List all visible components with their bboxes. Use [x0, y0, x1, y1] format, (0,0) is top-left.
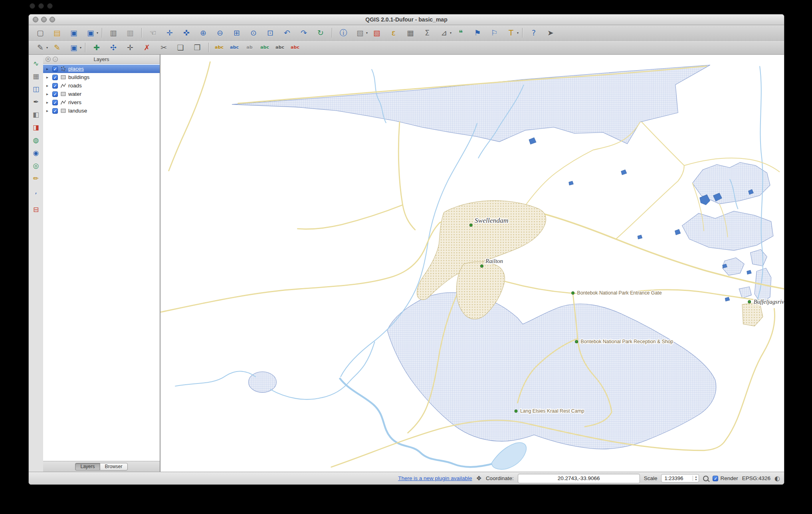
field-calculator-button[interactable]: Σ	[419, 27, 435, 39]
show-bookmarks-button[interactable]: ⚐	[486, 27, 502, 39]
render-checkbox[interactable]: ✓	[713, 476, 718, 481]
coordinate-input[interactable]	[518, 474, 640, 483]
new-print-composer-button[interactable]: ▥	[105, 27, 121, 39]
layer-row-roads[interactable]: ▸✓roads	[43, 81, 160, 90]
whats-this-button[interactable]: ➤	[543, 27, 558, 39]
add-wms-layer-button[interactable]: ◍	[30, 134, 42, 146]
labeling-highlight-button[interactable]: ab	[242, 42, 257, 53]
layer-row-places[interactable]: ▸✓places	[43, 65, 160, 73]
layer-visibility-checkbox[interactable]: ✓	[52, 100, 58, 105]
layer-visibility-checkbox[interactable]: ✓	[52, 91, 58, 97]
add-mssql-layer-button[interactable]: ◧	[30, 109, 42, 120]
panel-close-button[interactable]: ×	[46, 57, 51, 62]
zoom-to-selection-button[interactable]: ⊙	[246, 27, 261, 39]
composer-manager-button[interactable]: ▥	[122, 27, 138, 39]
open-attribute-table-button[interactable]: ▦	[402, 27, 418, 39]
new-project-button[interactable]: ▢	[32, 27, 48, 39]
zoom-to-layer-button[interactable]: ⊡	[262, 27, 278, 39]
zoom-out-button[interactable]: ⊖	[212, 27, 228, 39]
labeling-move-button[interactable]: abc	[257, 42, 272, 53]
add-delimited-text-layer-button[interactable]: ,	[30, 186, 42, 197]
layer-row-rivers[interactable]: ▸✓rivers	[43, 98, 160, 107]
new-bookmark-button[interactable]: ⚑	[469, 27, 485, 39]
plugin-icon[interactable]: ❖	[476, 474, 482, 482]
expand-arrow-icon[interactable]: ▸	[46, 92, 50, 96]
new-shapefile-layer-button[interactable]: ✏	[30, 173, 42, 184]
identify-features-button[interactable]: ⓘ	[335, 27, 351, 39]
plugin-available-link[interactable]: There is a new plugin available	[398, 475, 472, 481]
add-oracle-layer-button[interactable]: ◨	[30, 122, 42, 133]
current-edits-button[interactable]: ✎▾	[32, 42, 48, 53]
expand-arrow-icon[interactable]: ▸	[46, 109, 50, 113]
layer-visibility-checkbox[interactable]: ✓	[52, 75, 58, 80]
crs-status-icon[interactable]: ◐	[774, 474, 780, 482]
labeling-pin-button[interactable]: abc	[227, 42, 242, 53]
measure-button[interactable]: ⊿▾	[436, 27, 452, 39]
node-tool-button[interactable]: ✛	[122, 42, 138, 53]
dropdown-arrow-icon: ▾	[450, 27, 452, 39]
add-wcs-layer-button[interactable]: ◉	[30, 147, 42, 158]
zoom-window-button[interactable]	[50, 17, 55, 22]
refresh-map-button[interactable]: ↻	[313, 27, 329, 39]
toggle-editing-button[interactable]: ✎	[49, 42, 65, 53]
expand-arrow-icon[interactable]: ▸	[46, 100, 50, 105]
layer-visibility-checkbox[interactable]: ✓	[52, 108, 58, 114]
layer-row-landuse[interactable]: ▸✓landuse	[43, 107, 160, 115]
close-window-button[interactable]	[33, 17, 38, 22]
panel-tab-layers[interactable]: Layers	[75, 463, 99, 471]
add-spatialite-layer-button[interactable]: ✒	[30, 96, 42, 107]
scale-magnifier-icon[interactable]	[703, 476, 709, 481]
add-raster-layer-button[interactable]: ▦	[30, 71, 42, 82]
map-tips-button[interactable]: ❝	[453, 27, 469, 39]
expand-arrow-icon[interactable]: ▸	[46, 83, 50, 88]
remove-layer-button[interactable]: ⊟	[30, 204, 42, 215]
zoom-to-selection-icon: ⊙	[250, 27, 257, 39]
panel-tab-browser[interactable]: Browser	[100, 463, 128, 471]
text-annotation-button[interactable]: T▾	[503, 27, 519, 39]
zoom-next-button[interactable]: ↷	[296, 27, 312, 39]
layers-panel: × ◦ Layers ▸✓places▸✓buildings▸✓roads▸✓w…	[43, 55, 160, 472]
copy-features-button[interactable]: ❏	[172, 42, 188, 53]
map-canvas[interactable]: SwellendamRailtonBontebok National Park …	[160, 55, 784, 472]
pan-to-selection-button[interactable]: ✜	[178, 27, 194, 39]
paste-features-button[interactable]: ❒	[189, 42, 205, 53]
panel-float-button[interactable]: ◦	[53, 57, 58, 62]
expand-arrow-icon[interactable]: ▸	[46, 67, 50, 71]
combo-arrows-icon[interactable]: ▲▼	[693, 476, 699, 481]
save-layer-edits-button[interactable]: ▣▾	[66, 42, 82, 53]
zoom-in-button[interactable]: ⊕	[195, 27, 211, 39]
pan-map-button[interactable]: ✛	[162, 27, 178, 39]
layer-visibility-checkbox[interactable]: ✓	[52, 83, 58, 89]
add-postgis-layer-button[interactable]: ◫	[30, 83, 42, 95]
move-feature-button[interactable]: ✣	[105, 42, 121, 53]
layer-row-buildings[interactable]: ▸✓buildings	[43, 73, 160, 81]
select-features-button[interactable]: ▧▾	[352, 27, 368, 39]
pan-to-selection-icon: ✜	[183, 27, 190, 39]
toolbar-separator	[85, 43, 85, 52]
toolbar-separator	[208, 43, 209, 52]
select-by-expression-button[interactable]: ε	[386, 27, 402, 39]
open-project-button[interactable]: ▤	[49, 27, 65, 39]
delete-selected-button[interactable]: ✗	[139, 42, 155, 53]
minimize-window-button[interactable]	[41, 17, 47, 22]
add-vector-layer-button[interactable]: ∿	[30, 58, 42, 69]
zoom-full-button[interactable]: ⊞	[229, 27, 245, 39]
scale-combobox[interactable]: 1:23396 ▲▼	[661, 474, 699, 482]
touch-zoom-and-pan-button[interactable]: ☜	[145, 27, 161, 39]
expand-arrow-icon[interactable]: ▸	[46, 75, 50, 79]
add-feature-button[interactable]: ✚	[89, 42, 105, 53]
labeling-change-button[interactable]: abc	[288, 42, 302, 53]
layer-row-water[interactable]: ▸✓water	[43, 90, 160, 98]
zoom-last-button[interactable]: ↶	[279, 27, 295, 39]
render-toggle[interactable]: ✓ Render	[713, 475, 738, 481]
labeling-options-button[interactable]: abc	[212, 42, 226, 53]
layer-visibility-checkbox[interactable]: ✓	[52, 66, 58, 72]
labeling-rotate-button[interactable]: abc	[273, 42, 287, 53]
save-project-button[interactable]: ▣	[66, 27, 82, 39]
window-titlebar[interactable]: QGIS 2.0.1-Dufour - basic_map	[29, 14, 784, 25]
cut-features-button[interactable]: ✂	[156, 42, 172, 53]
deselect-features-button[interactable]: ▧	[369, 27, 385, 39]
add-wfs-layer-button[interactable]: ◎	[30, 160, 42, 171]
save-project-as-button[interactable]: ▣▾	[83, 27, 99, 39]
help-contents-button[interactable]: ?	[526, 27, 542, 39]
